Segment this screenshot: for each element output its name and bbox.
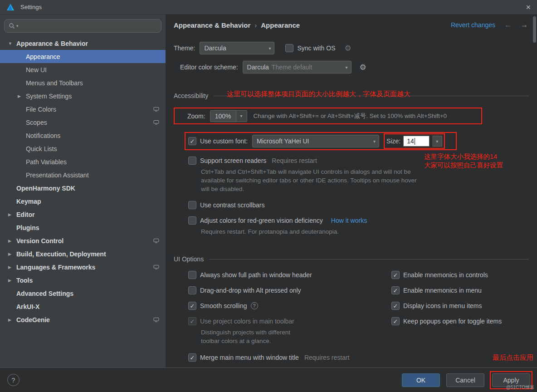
- checkbox-label: Always show full path in window header: [200, 271, 312, 279]
- sidebar-item-notifications[interactable]: Notifications: [0, 129, 166, 142]
- checkbox[interactable]: [188, 271, 196, 279]
- scheme-value-suffix: Theme default: [272, 64, 312, 71]
- checkbox[interactable]: ✓: [188, 317, 196, 325]
- chevron-right-icon[interactable]: ▶: [8, 318, 16, 322]
- checkbox-row-merge-main-menu-with-window-title[interactable]: ✓Merge main menu with window titleRequir…: [188, 353, 391, 363]
- chevron-right-icon[interactable]: ▶: [8, 212, 16, 217]
- sidebar-item-label: Languages & Frameworks: [16, 264, 95, 271]
- checkbox-label: Enable mnemonics in controls: [403, 271, 488, 279]
- forward-icon[interactable]: →: [521, 21, 528, 29]
- checkbox-row-enable-mnemonics-in-menu[interactable]: ✓Enable mnemonics in menu: [391, 285, 529, 295]
- sidebar-item-plugins[interactable]: Plugins: [0, 221, 166, 234]
- close-icon[interactable]: ×: [526, 3, 531, 11]
- sidebar-item-appearance[interactable]: Appearance: [0, 50, 166, 63]
- sidebar-item-codegenie[interactable]: ▶CodeGenie: [0, 313, 166, 326]
- checkbox-row-use-contrast-scrollbars[interactable]: Use contrast scrollbars: [188, 200, 529, 210]
- zoom-select[interactable]: 100% ▾: [210, 110, 247, 122]
- checkbox-label: Adjust colors for red-green vision defic…: [200, 217, 323, 224]
- font-family-select[interactable]: Microsoft YaHei UI ▾: [252, 135, 379, 147]
- checkbox-label: Drag-and-drop with Alt pressed only: [200, 287, 301, 294]
- font-size-input[interactable]: 14: [403, 136, 430, 147]
- checkbox-row-drag-and-drop-with-alt-pressed-only[interactable]: Drag-and-drop with Alt pressed only: [188, 285, 391, 295]
- checkbox-row-smooth-scrolling[interactable]: ✓Smooth scrolling?: [188, 301, 391, 311]
- sidebar-item-quick-lists[interactable]: Quick Lists: [0, 142, 166, 155]
- checkbox[interactable]: ✓: [188, 353, 196, 362]
- scrollbar-thumb[interactable]: [533, 16, 536, 43]
- chevron-right-icon[interactable]: ▶: [8, 265, 16, 270]
- checkbox[interactable]: ✓: [391, 286, 400, 294]
- checkbox-row-enable-mnemonics-in-controls[interactable]: ✓Enable mnemonics in controls: [391, 270, 529, 280]
- monitor-icon: [153, 238, 159, 243]
- search-input[interactable]: ▾: [4, 19, 161, 33]
- checkbox[interactable]: [188, 157, 196, 165]
- checkbox-row-red-green-vision[interactable]: Adjust colors for red-green vision defic…: [188, 216, 529, 225]
- checkbox-label: Merge main menu with window title: [200, 354, 299, 361]
- sidebar-item-build-execution-deployment[interactable]: ▶Build, Execution, Deployment: [0, 247, 166, 260]
- chevron-down-icon[interactable]: ▾: [236, 111, 247, 122]
- sidebar-item-appearance-behavior[interactable]: ▼Appearance & Behavior: [0, 37, 166, 50]
- sidebar-item-advanced-settings[interactable]: Advanced Settings: [0, 287, 166, 300]
- sidebar-item-menus-and-toolbars[interactable]: Menus and Toolbars: [0, 76, 166, 89]
- sidebar-item-new-ui[interactable]: New UI: [0, 63, 166, 76]
- sidebar-item-languages-frameworks[interactable]: ▶Languages & Frameworks: [0, 260, 166, 274]
- sidebar-item-presentation-assistant[interactable]: Presentation Assistant: [0, 168, 166, 181]
- gear-icon[interactable]: ⚙: [345, 44, 351, 53]
- revert-changes-link[interactable]: Revert changes: [451, 21, 495, 29]
- sidebar-item-label: Scopes: [26, 119, 47, 126]
- screen-readers-hint: Ctrl+Tab and Ctrl+Shift+Tab will navigat…: [201, 167, 529, 193]
- checkbox-row-keep-popups-open-for-toggle-items[interactable]: ✓Keep popups open for toggle items: [391, 316, 529, 326]
- help-button[interactable]: ?: [7, 374, 20, 386]
- checkbox[interactable]: [188, 201, 196, 209]
- how-it-works-link[interactable]: How it works: [331, 217, 367, 224]
- sidebar-item-version-control[interactable]: ▶Version Control: [0, 234, 166, 247]
- chevron-down-icon[interactable]: ▾: [432, 136, 442, 147]
- ok-button[interactable]: OK: [402, 373, 440, 387]
- sync-with-os-checkbox[interactable]: [285, 44, 293, 52]
- theme-select[interactable]: Darcula ▾: [200, 42, 274, 54]
- checkbox[interactable]: ✓: [391, 302, 400, 310]
- checkbox-row-always-show-full-path-in-window-header[interactable]: Always show full path in window header: [188, 270, 391, 280]
- cancel-button[interactable]: Cancel: [446, 373, 484, 387]
- chevron-right-icon[interactable]: ▶: [8, 239, 16, 243]
- checkbox[interactable]: ✓: [188, 302, 196, 310]
- checkbox[interactable]: [188, 286, 196, 294]
- sidebar-item-scopes[interactable]: Scopes: [0, 116, 166, 129]
- sidebar-item-label: Path Variables: [26, 158, 67, 166]
- titlebar: Settings ×: [0, 0, 537, 15]
- sidebar-item-label: Quick Lists: [26, 145, 57, 152]
- chevron-right-icon[interactable]: ▶: [18, 94, 26, 98]
- breadcrumb-category[interactable]: Appearance & Behavior: [174, 21, 250, 29]
- annotation-font-note: 这里字体大小我选择的14 大家可以按照自己喜好设置: [424, 152, 503, 170]
- chevron-down-icon[interactable]: ▼: [8, 41, 16, 46]
- checkbox[interactable]: ✓: [391, 317, 400, 325]
- chevron-right-icon[interactable]: ▶: [8, 278, 16, 283]
- editor-color-scheme-select[interactable]: Darcula Theme default ▾: [243, 61, 351, 74]
- chevron-right-icon[interactable]: ▶: [8, 252, 16, 256]
- gear-icon[interactable]: ⚙: [360, 63, 366, 72]
- zoom-value: 100%: [210, 113, 236, 120]
- sidebar-item-arkui-x[interactable]: ArkUI-X: [0, 300, 166, 313]
- sidebar-item-openharmony-sdk[interactable]: OpenHarmony SDK: [0, 181, 166, 195]
- theme-label: Theme:: [174, 44, 195, 52]
- section-divider: [209, 259, 529, 260]
- checkbox-label: Support screen readers: [200, 157, 266, 164]
- sidebar-item-path-variables[interactable]: Path Variables: [0, 155, 166, 168]
- sidebar-item-tools[interactable]: ▶Tools: [0, 274, 166, 287]
- use-custom-font-checkbox[interactable]: ✓: [188, 137, 196, 145]
- checkbox[interactable]: ✓: [391, 271, 400, 279]
- sidebar-item-file-colors[interactable]: File Colors: [0, 103, 166, 116]
- red-green-hint: Requires restart. For protanopia and deu…: [201, 227, 529, 236]
- chevron-down-icon: ▾: [265, 46, 271, 51]
- sidebar-item-keymap[interactable]: Keymap: [0, 195, 166, 208]
- checkbox-row-use-project-colors-in-main-toolbar[interactable]: ✓Use project colors in main toolbar: [188, 316, 391, 326]
- hint-line: toolbar colors at a glance.: [201, 337, 391, 345]
- checkbox-row-display-icons-in-menu-items[interactable]: ✓Display icons in menu items: [391, 301, 529, 311]
- sidebar-item-label: CodeGenie: [16, 316, 50, 323]
- back-icon[interactable]: ←: [504, 21, 512, 29]
- annotation-line: 这里字体大小我选择的14: [424, 152, 503, 161]
- sidebar-item-editor[interactable]: ▶Editor: [0, 208, 166, 221]
- sidebar: ▾ ▼Appearance & BehaviorAppearanceNew UI…: [0, 15, 166, 368]
- help-icon[interactable]: ?: [251, 302, 258, 309]
- sidebar-item-system-settings[interactable]: ▶System Settings: [0, 89, 166, 103]
- checkbox[interactable]: [188, 216, 196, 225]
